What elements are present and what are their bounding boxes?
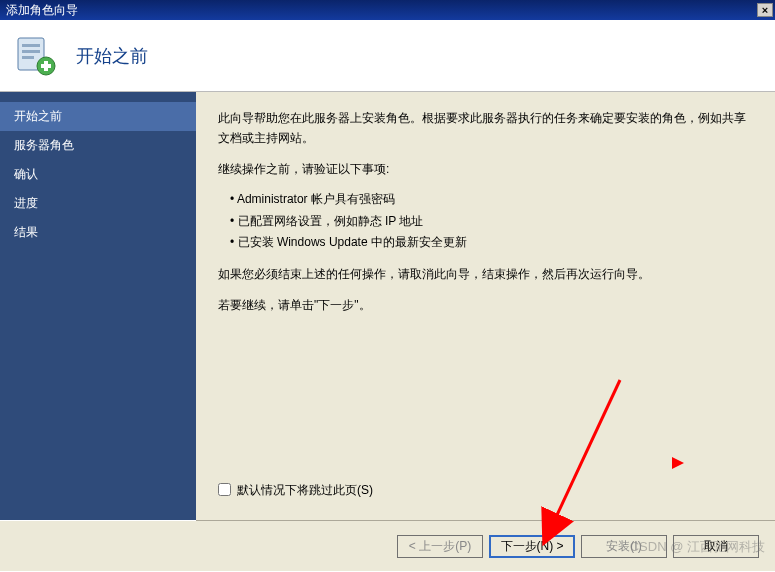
sidebar: 开始之前 服务器角色 确认 进度 结果 bbox=[0, 92, 196, 520]
cancel-button[interactable]: 取消 bbox=[673, 535, 759, 558]
page-title: 开始之前 bbox=[76, 44, 148, 68]
next-button[interactable]: 下一步(N) > bbox=[489, 535, 575, 558]
sidebar-item-results[interactable]: 结果 bbox=[0, 218, 196, 247]
sidebar-item-before-you-begin[interactable]: 开始之前 bbox=[0, 102, 196, 131]
cancel-note: 如果您必须结束上述的任何操作，请取消此向导，结束操作，然后再次运行向导。 bbox=[218, 264, 755, 284]
content-area: 此向导帮助您在此服务器上安装角色。根据要求此服务器执行的任务来确定要安装的角色，… bbox=[196, 92, 775, 520]
svg-rect-2 bbox=[22, 50, 40, 53]
svg-rect-3 bbox=[22, 56, 34, 59]
continue-note: 若要继续，请单击"下一步"。 bbox=[218, 295, 755, 315]
verify-heading: 继续操作之前，请验证以下事项: bbox=[218, 159, 755, 179]
intro-text: 此向导帮助您在此服务器上安装角色。根据要求此服务器执行的任务来确定要安装的角色，… bbox=[218, 108, 755, 149]
wizard-body: 开始之前 服务器角色 确认 进度 结果 此向导帮助您在此服务器上安装角色。根据要… bbox=[0, 92, 775, 520]
wizard-icon bbox=[14, 34, 58, 78]
sidebar-item-progress[interactable]: 进度 bbox=[0, 189, 196, 218]
checklist-item: Administrator 帐户具有强密码 bbox=[230, 189, 755, 209]
checklist-item: 已配置网络设置，例如静态 IP 地址 bbox=[230, 211, 755, 231]
sidebar-item-server-roles[interactable]: 服务器角色 bbox=[0, 131, 196, 160]
prev-button: < 上一步(P) bbox=[397, 535, 483, 558]
checklist-item: 已安装 Windows Update 中的最新安全更新 bbox=[230, 232, 755, 252]
title-bar: 添加角色向导 × bbox=[0, 0, 775, 20]
install-button: 安装(I) bbox=[581, 535, 667, 558]
skip-row: 默认情况下将跳过此页(S) bbox=[218, 480, 373, 500]
window-title: 添加角色向导 bbox=[6, 2, 78, 19]
skip-checkbox-label: 默认情况下将跳过此页(S) bbox=[237, 480, 373, 500]
checklist: Administrator 帐户具有强密码 已配置网络设置，例如静态 IP 地址… bbox=[230, 189, 755, 252]
wizard-footer: < 上一步(P) 下一步(N) > 安装(I) 取消 bbox=[0, 521, 775, 571]
svg-rect-1 bbox=[22, 44, 40, 47]
close-button[interactable]: × bbox=[757, 3, 773, 17]
svg-rect-6 bbox=[41, 64, 51, 68]
wizard-header: 开始之前 bbox=[0, 20, 775, 92]
close-icon: × bbox=[762, 4, 768, 16]
skip-checkbox[interactable] bbox=[218, 483, 231, 496]
sidebar-item-confirm[interactable]: 确认 bbox=[0, 160, 196, 189]
